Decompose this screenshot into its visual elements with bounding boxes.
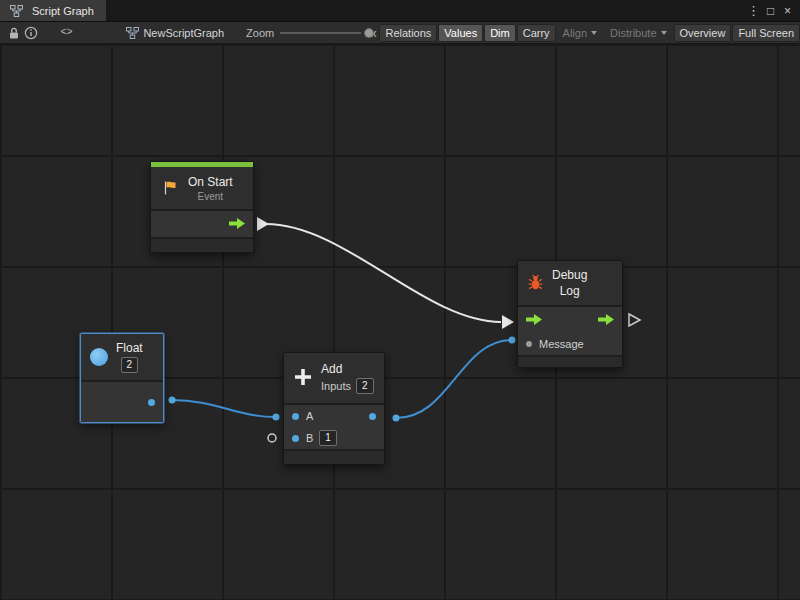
message-label: Message [539, 338, 584, 350]
node-title: On Start [188, 175, 233, 189]
message-port-row: Message [518, 333, 622, 355]
toolbar-buttons: Relations Values Dim Carry Align Distrib… [378, 24, 800, 42]
align-button[interactable]: Align [557, 24, 603, 42]
info-icon[interactable] [23, 24, 40, 42]
control-output-port-icon[interactable] [229, 218, 245, 231]
add-port-b-marker[interactable] [268, 434, 276, 442]
relations-button[interactable]: Relations [379, 24, 437, 42]
distribute-button[interactable]: Distribute [604, 24, 672, 42]
node-header: Debug Log [518, 261, 622, 305]
script-graph-icon [6, 2, 26, 20]
message-input-port[interactable] [526, 341, 532, 347]
port-row [151, 211, 253, 237]
code-icon[interactable]: <> [56, 26, 78, 39]
dim-button[interactable]: Dim [484, 24, 516, 42]
zoom-label: Zoom [246, 27, 274, 39]
port-a-label: A [306, 410, 313, 422]
edges-layer [0, 44, 800, 600]
node-add[interactable]: Add Inputs 2 A B 1 [283, 352, 385, 465]
port-row-a: A [284, 405, 384, 427]
maximize-icon[interactable]: □ [762, 1, 779, 21]
align-label: Align [563, 27, 587, 39]
node-title: Add [321, 362, 342, 376]
control-output-port-icon[interactable] [598, 314, 614, 327]
zoom-slider[interactable] [280, 26, 361, 40]
carry-button[interactable]: Carry [517, 24, 556, 42]
distribute-label: Distribute [610, 27, 656, 39]
graph-name[interactable]: NewScriptGraph [143, 27, 224, 39]
edge-float-to-add[interactable] [172, 400, 276, 417]
edge-source-arrow-icon [257, 217, 269, 231]
dim-label: Dim [490, 27, 510, 39]
port-b-value-field[interactable]: 1 [319, 430, 337, 446]
node-title: Debug [552, 268, 587, 282]
port-b-input[interactable] [292, 435, 299, 442]
window-controls: ⋮ □ × [745, 0, 800, 21]
tab-bar: Script Graph ⋮ □ × [0, 0, 800, 21]
edge-onstart-to-debug[interactable] [266, 224, 501, 322]
overview-button[interactable]: Overview [674, 24, 732, 42]
node-header: Float 2 [81, 334, 163, 380]
float-output-port[interactable] [148, 399, 155, 406]
carry-label: Carry [523, 27, 550, 39]
edge-dest-arrow-icon [502, 315, 514, 329]
edge-add-to-debug[interactable] [396, 340, 512, 418]
graph-asset-icon [124, 24, 141, 42]
node-on-start[interactable]: On Start Event [150, 161, 254, 253]
lock-icon[interactable] [6, 24, 23, 42]
control-port-row [518, 307, 622, 333]
chevron-down-icon [661, 31, 667, 35]
float-value-field[interactable]: 2 [121, 357, 139, 373]
node-float[interactable]: Float 2 [80, 333, 164, 423]
node-header: On Start Event [151, 167, 253, 209]
plus-icon [293, 367, 313, 389]
tab-script-graph[interactable]: Script Graph [0, 0, 106, 21]
debug-control-output-marker[interactable] [629, 314, 640, 326]
toolbar: <> NewScriptGraph Zoom 1x Relations Valu… [0, 21, 800, 44]
fullscreen-button[interactable]: Full Screen [732, 24, 800, 42]
control-input-port-icon[interactable] [526, 314, 542, 327]
edge-endpoint-dot [393, 415, 400, 422]
fullscreen-label: Full Screen [738, 27, 794, 39]
zoom-slider-track [280, 32, 361, 34]
port-b-label: B [306, 432, 313, 444]
node-header: Add Inputs 2 [284, 353, 384, 403]
graph-canvas[interactable]: On Start Event Float 2 [0, 44, 800, 600]
port-a-input[interactable] [292, 413, 299, 420]
inputs-label: Inputs [321, 380, 351, 392]
kebab-menu-icon[interactable]: ⋮ [745, 1, 762, 21]
node-debug-log[interactable]: Debug Log Message [517, 260, 623, 368]
node-subtitle: Log [560, 284, 580, 298]
edge-endpoint-dot [169, 397, 176, 404]
values-button[interactable]: Values [438, 24, 483, 42]
inputs-count-field[interactable]: 2 [356, 378, 374, 394]
bug-icon [527, 274, 544, 293]
node-footer [284, 451, 384, 464]
node-footer [151, 239, 253, 252]
port-row-b: B 1 [284, 427, 384, 449]
chevron-down-icon [591, 31, 597, 35]
node-subtitle: Event [198, 191, 224, 202]
relations-label: Relations [385, 27, 431, 39]
flag-icon [160, 179, 180, 197]
edge-endpoint-dot [273, 414, 280, 421]
float-icon [90, 348, 108, 366]
node-title: Float [116, 341, 143, 355]
node-footer [518, 357, 622, 367]
overview-label: Overview [680, 27, 726, 39]
zoom-slider-handle[interactable] [364, 28, 374, 38]
edge-endpoint-dot [509, 337, 516, 344]
close-icon[interactable]: × [779, 1, 796, 21]
values-label: Values [444, 27, 477, 39]
port-row [81, 382, 163, 422]
add-output-port[interactable] [369, 413, 376, 420]
tab-title: Script Graph [32, 5, 94, 17]
